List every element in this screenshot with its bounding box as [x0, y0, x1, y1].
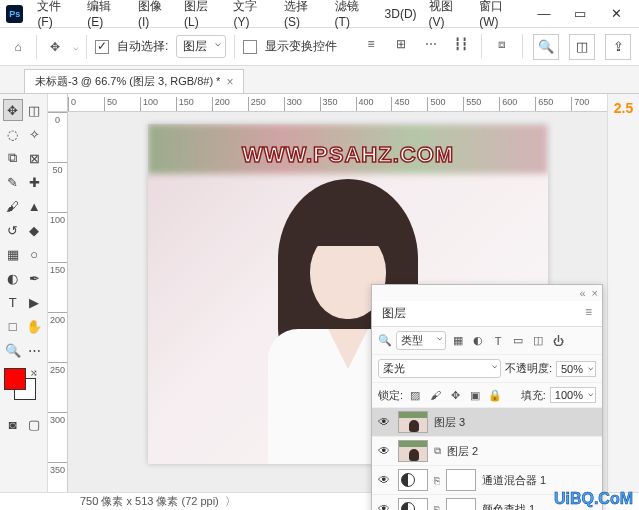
show-transform-label: 显示变换控件	[265, 38, 337, 55]
visibility-toggle-icon[interactable]: 👁	[378, 502, 392, 510]
opacity-input[interactable]: 50%	[556, 361, 596, 377]
ruler-origin[interactable]	[48, 94, 68, 112]
filter-shape-icon[interactable]: ▭	[510, 333, 526, 349]
visibility-toggle-icon[interactable]: 👁	[378, 473, 392, 487]
smart-object-icon: ⧉	[434, 445, 441, 457]
menu-3d[interactable]: 3D(D)	[379, 7, 423, 21]
history-brush-tool[interactable]: ↺	[3, 219, 23, 241]
hand-tool[interactable]: ✋	[25, 315, 45, 337]
ruler-vertical[interactable]: 050100150200250300350	[48, 112, 68, 492]
align-icon-1[interactable]: ≡	[361, 34, 381, 54]
distribute-icon[interactable]: ┇┇	[451, 34, 471, 54]
menu-type[interactable]: 文字(Y)	[227, 0, 278, 29]
visibility-toggle-icon[interactable]: 👁	[378, 444, 392, 458]
document-tab[interactable]: 未标题-3 @ 66.7% (图层 3, RGB/8#) * ×	[24, 69, 244, 93]
watermark-text: WWW.PSAHZ.COM	[242, 142, 454, 168]
filter-adjust-icon[interactable]: ◐	[470, 333, 486, 349]
layer-name[interactable]: 图层 3	[434, 415, 465, 430]
menu-bar: Ps 文件(F) 编辑(E) 图像(I) 图层(L) 文字(Y) 选择(S) 滤…	[0, 0, 639, 28]
filter-type-icon[interactable]: T	[490, 333, 506, 349]
menu-file[interactable]: 文件(F)	[31, 0, 81, 29]
visibility-toggle-icon[interactable]: 👁	[378, 415, 392, 429]
foreground-color-swatch[interactable]	[4, 368, 26, 390]
maximize-button[interactable]: ▭	[563, 3, 597, 25]
path-select-tool[interactable]: ▶	[25, 291, 45, 313]
close-window-button[interactable]: ✕	[599, 3, 633, 25]
footer-watermark: UiBQ.CoM	[554, 490, 633, 508]
color-swatches[interactable]: ⤭	[2, 368, 42, 408]
menu-select[interactable]: 选择(S)	[278, 0, 329, 29]
align-icon-3[interactable]: ⋯	[421, 34, 441, 54]
layer-name[interactable]: 图层 2	[447, 444, 478, 459]
show-transform-checkbox[interactable]	[243, 40, 257, 54]
screen-mode-tool[interactable]: ▢	[25, 413, 45, 435]
menu-edit[interactable]: 编辑(E)	[81, 0, 132, 29]
auto-select-target-select[interactable]: 图层	[176, 35, 226, 58]
quick-mask-tool[interactable]: ◙	[3, 413, 23, 435]
menu-layer[interactable]: 图层(L)	[178, 0, 227, 29]
layer-row[interactable]: 👁图层 3	[372, 408, 602, 437]
filter-pixel-icon[interactable]: ▦	[450, 333, 466, 349]
frame-tool[interactable]: ⊠	[25, 147, 45, 169]
type-tool[interactable]: T	[3, 291, 23, 313]
lock-all-icon[interactable]: 🔒	[487, 387, 503, 403]
gradient-tool[interactable]: ▦	[3, 243, 23, 265]
swap-colors-icon[interactable]: ⤭	[30, 368, 38, 378]
mask-thumbnail[interactable]	[446, 498, 476, 510]
ruler-horizontal[interactable]: 0501001502002503003504004505005506006507…	[68, 94, 607, 112]
layer-row[interactable]: 👁⧉图层 2	[372, 437, 602, 466]
blend-mode-select[interactable]: 柔光	[378, 359, 501, 378]
lock-pixels-icon[interactable]: 🖌	[427, 387, 443, 403]
layer-name[interactable]: 通道混合器 1	[482, 473, 546, 488]
status-flyout-icon[interactable]: 〉	[225, 494, 236, 509]
pen-tool[interactable]: ✒	[25, 267, 45, 289]
magic-wand-tool[interactable]: ✧	[25, 123, 45, 145]
crop-tool[interactable]: ⧉	[3, 147, 23, 169]
home-icon[interactable]: ⌂	[8, 37, 28, 57]
layers-panel-tab[interactable]: 图层 ≡	[372, 301, 602, 327]
layer-thumbnail[interactable]	[398, 411, 428, 433]
right-panel-strip: 2.5	[607, 94, 639, 492]
filter-smart-icon[interactable]: ◫	[530, 333, 546, 349]
panel-close-icon[interactable]: ×	[592, 287, 598, 299]
healing-tool[interactable]: ✚	[25, 171, 45, 193]
lock-label: 锁定:	[378, 388, 403, 403]
close-tab-icon[interactable]: ×	[226, 75, 233, 89]
eraser-tool[interactable]: ◆	[25, 219, 45, 241]
menu-image[interactable]: 图像(I)	[132, 0, 178, 29]
shape-tool[interactable]: □	[3, 315, 23, 337]
layer-name[interactable]: 颜色查找 1	[482, 502, 535, 511]
share-icon[interactable]: ⇪	[605, 34, 631, 60]
menu-filter[interactable]: 滤镜(T)	[329, 0, 379, 29]
panel-menu-icon[interactable]: ≡	[585, 305, 592, 319]
filter-toggle-icon[interactable]: ⏻	[550, 333, 566, 349]
mask-thumbnail[interactable]	[446, 469, 476, 491]
align-icon-2[interactable]: ⊞	[391, 34, 411, 54]
search-icon[interactable]: 🔍	[533, 34, 559, 60]
blur-tool[interactable]: ○	[25, 243, 45, 265]
layer-filter-kind-select[interactable]: 类型	[396, 331, 446, 350]
version-badge: 2.5	[608, 100, 639, 116]
clone-stamp-tool[interactable]: ▲	[25, 195, 45, 217]
brush-tool[interactable]: 🖌	[3, 195, 23, 217]
move-tool[interactable]: ✥	[3, 99, 23, 121]
3d-mode-icon[interactable]: ⧈	[492, 34, 512, 54]
panel-collapse-icon[interactable]: «	[579, 287, 585, 299]
eyedropper-tool[interactable]: ✎	[3, 171, 23, 193]
menu-window[interactable]: 窗口(W)	[473, 0, 527, 29]
lock-position-icon[interactable]: ✥	[447, 387, 463, 403]
zoom-tool[interactable]: 🔍	[3, 339, 23, 361]
minimize-button[interactable]: —	[527, 3, 561, 25]
edit-toolbar[interactable]: ⋯	[25, 339, 45, 361]
menu-view[interactable]: 视图(V)	[423, 0, 474, 29]
workspace-icon[interactable]: ◫	[569, 34, 595, 60]
layer-thumbnail[interactable]	[398, 440, 428, 462]
lock-transparency-icon[interactable]: ▨	[407, 387, 423, 403]
dodge-tool[interactable]: ◐	[3, 267, 23, 289]
move-tool-indicator-icon[interactable]: ✥	[45, 37, 65, 57]
fill-input[interactable]: 100%	[550, 387, 596, 403]
auto-select-checkbox[interactable]: ✓	[95, 40, 109, 54]
lasso-tool[interactable]: ◌	[3, 123, 23, 145]
lock-artboard-icon[interactable]: ▣	[467, 387, 483, 403]
marquee-tool[interactable]: ◫	[25, 99, 44, 121]
